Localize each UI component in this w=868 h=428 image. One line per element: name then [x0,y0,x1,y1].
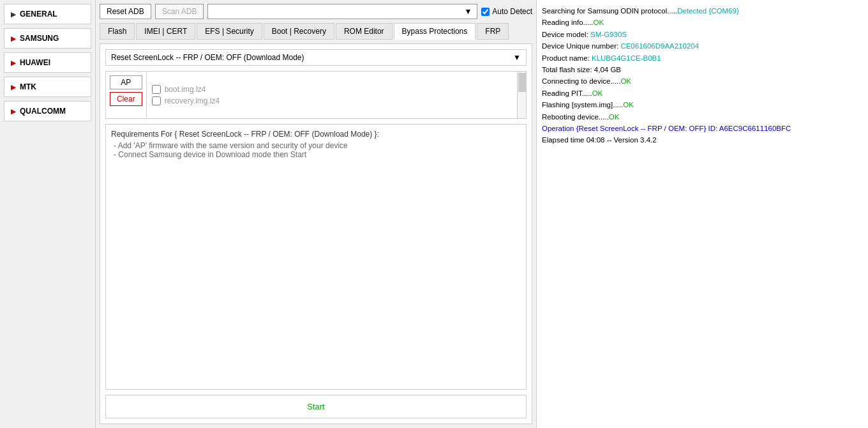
sidebar: ▶ GENERAL ▶ SAMSUNG ▶ HUAWEI ▶ MTK ▶ QUA… [0,0,96,428]
mode-dropdown[interactable]: Reset ScreenLock -- FRP / OEM: OFF (Down… [105,49,527,66]
requirements-box: Requirements For { Reset ScreenLock -- F… [105,124,527,390]
tab-flash[interactable]: Flash [100,23,135,40]
sidebar-item-general[interactable]: ▶ GENERAL [4,4,91,24]
log-panel: Searching for Samsung ODIN protocol.....… [536,0,868,428]
log-text: OK [609,113,620,121]
log-text: Device model: [542,31,590,38]
log-text: OK [592,89,603,97]
tab-bypass-protections[interactable]: Bypass Protections [394,23,476,40]
file-item-1: recovery.img.lz4 [152,96,512,105]
requirements-line-0: - Add 'AP' firmware with the same versio… [114,141,521,150]
scrollbar[interactable] [517,72,526,118]
log-text: OK [620,77,631,85]
log-text: Detected {COM69} [677,7,739,15]
dropdown-arrow-icon: ▼ [464,7,472,16]
log-text: Total flash size: 4,04 GB [542,66,621,73]
tab-frp[interactable]: FRP [477,23,509,40]
file-buttons: AP Clear [106,72,147,118]
ap-button[interactable]: AP [110,75,142,89]
arrow-icon: ▶ [11,84,16,91]
tab-boot-recovery[interactable]: Boot | Recovery [264,23,334,40]
scan-adb-button[interactable]: Scan ADB [155,4,204,19]
sidebar-item-samsung[interactable]: ▶ SAMSUNG [4,28,91,49]
file-list: boot.img.lz4 recovery.img.lz4 [147,72,517,118]
log-text: Rebooting device..... [542,113,609,121]
file-name-0: boot.img.lz4 [165,85,206,94]
sidebar-item-huawei[interactable]: ▶ HUAWEI [4,52,91,73]
log-text: CE061606D9AA210204 [620,42,699,50]
log-text: Reading PIT..... [542,89,592,97]
auto-detect-container: Auto Detect [481,7,532,16]
log-text: Connecting to device..... [542,77,620,85]
tab-bar: Flash IMEI | CERT EFS | Security Boot | … [100,23,532,40]
sidebar-item-mtk[interactable]: ▶ MTK [4,77,91,97]
port-dropdown[interactable]: ▼ [207,4,477,19]
mode-dropdown-arrow-icon: ▼ [513,53,521,62]
log-text: SM-G930S [590,31,627,38]
arrow-icon: ▶ [11,35,16,42]
log-text: OK [594,19,604,26]
auto-detect-label: Auto Detect [492,7,532,16]
reset-adb-button[interactable]: Reset ADB [100,4,151,19]
auto-detect-checkbox[interactable] [481,8,490,16]
mode-dropdown-value: Reset ScreenLock -- FRP / OEM: OFF (Down… [111,53,304,62]
sidebar-label-qualcomm: QUALCOMM [20,107,66,116]
arrow-icon: ▶ [11,108,16,115]
log-text: Reading info..... [542,19,594,26]
file-checkbox-0[interactable] [152,85,161,94]
arrow-icon: ▶ [11,11,16,18]
top-bar: Reset ADB Scan ADB ▼ Auto Detect [100,4,532,19]
file-name-1: recovery.img.lz4 [165,96,220,105]
requirements-title: Requirements For { Reset ScreenLock -- F… [111,130,521,139]
sidebar-label-mtk: MTK [20,82,36,91]
log-text: Product name: [542,54,592,62]
file-checkbox-1[interactable] [152,96,161,105]
file-item-0: boot.img.lz4 [152,85,512,94]
log-text: Flashing [system.img]..... [542,101,623,109]
log-text: Elapsed time 04:08 -- Version 3.4.2 [542,136,657,144]
log-text: Operation {Reset ScreenLock -- FRP / OEM… [542,125,791,132]
log-text: Device Unique number: [542,42,620,50]
log-text: Searching for Samsung ODIN protocol..... [542,7,677,15]
scrollbar-thumb [518,73,526,92]
tab-imei-cert[interactable]: IMEI | CERT [136,23,195,40]
arrow-icon: ▶ [11,59,16,66]
sidebar-label-samsung: SAMSUNG [20,34,59,43]
requirements-line-1: - Connect Samsung device in Download mod… [114,150,521,159]
sidebar-label-huawei: HUAWEI [20,58,50,67]
sidebar-item-qualcomm[interactable]: ▶ QUALCOMM [4,101,91,121]
sidebar-label-general: GENERAL [20,10,57,19]
main-content: Reset ADB Scan ADB ▼ Auto Detect Flash I… [96,0,536,428]
log-text: OK [623,101,634,109]
clear-button[interactable]: Clear [110,92,142,106]
start-button[interactable]: Start [105,395,527,418]
content-panel: Reset ScreenLock -- FRP / OEM: OFF (Down… [100,43,532,424]
file-area: AP Clear boot.img.lz4 recovery.img.lz4 [105,71,527,119]
tab-rom-editor[interactable]: ROM Editor [336,23,393,40]
tab-efs-security[interactable]: EFS | Security [197,23,262,40]
log-text: KLUBG4G1CE-B0B1 [592,54,661,62]
